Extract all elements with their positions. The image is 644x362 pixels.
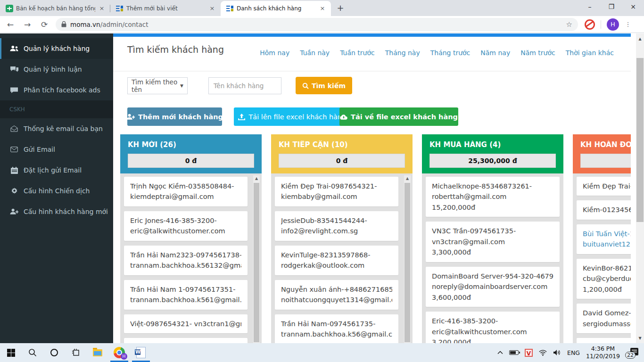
customer-card[interactable]: JessieDub-83541544244-info2@revlight.com… — [275, 211, 398, 241]
customer-card[interactable]: KevinTulge-82313597868-rodgerkak@outlook… — [275, 246, 398, 275]
sidebar-item[interactable]: Cấu hình khách hàng mới — [0, 201, 113, 222]
customer-card[interactable]: Bùi Tuấn Việt-164buituanviet1234( — [577, 224, 631, 254]
back-icon[interactable]: ← — [4, 18, 17, 31]
date-filter-link[interactable]: Tuần trước — [340, 49, 375, 57]
tray-chevron-up-icon[interactable] — [497, 351, 503, 354]
sidebar-item[interactable]: Thống kê email của bạn — [0, 118, 113, 139]
customer-card[interactable]: KevinBor-862135cbu@cyberdude.1,200,000đ — [577, 259, 631, 299]
customer-card-line: Kiềm-012345678- — [583, 205, 631, 215]
scrollbar-thumb[interactable] — [254, 183, 259, 342]
customer-card[interactable]: VN3C Trần-0974561735-vn3ctran@gmail.com3… — [426, 222, 560, 262]
wifi-icon[interactable] — [539, 350, 547, 356]
date-filter-link[interactable]: Năm nay — [480, 49, 510, 57]
customer-card[interactable]: Eric Jones-416-385-3200-eric@talkwithcus… — [124, 211, 248, 241]
restore-icon[interactable]: ❐ — [601, 0, 622, 14]
customer-card[interactable]: Trịnh Ngọc Kiềm-0358508484-kiemdeptrai@g… — [124, 177, 248, 206]
sidebar-item[interactable]: Đặt lịch gửi Email — [0, 160, 113, 181]
tab-close-icon[interactable]: × — [319, 5, 326, 12]
sidebar-item-label: Cấu hình khách hàng mới — [24, 208, 108, 215]
customer-card-line: 3,600,000đ — [432, 292, 553, 303]
word-taskbar-button[interactable] — [130, 343, 152, 362]
date-filter-link[interactable]: Năm trước — [520, 49, 555, 57]
customer-card[interactable]: Nguyễn xuân ánh-+84862716856-noithatcuon… — [275, 280, 398, 310]
customer-card-line: noithatcuongquyet1314@gmail.com — [281, 295, 392, 305]
app-area: Quản lý khách hàngQuản lý bình luậnPhân … — [0, 33, 644, 343]
sidebar-item[interactable]: Gửi Email — [0, 139, 113, 160]
customer-card[interactable]: Trần Hải Nam2323-0974561738-trannam.bach… — [124, 246, 248, 275]
customer-card[interactable]: Eric-416-385-3200-eric@talkwithcustomer.… — [426, 312, 560, 343]
taskbar-search-button[interactable] — [22, 343, 43, 362]
battery-icon[interactable] — [509, 350, 519, 355]
customer-card[interactable]: . — [124, 338, 248, 343]
scroll-down-icon[interactable]: ▼ — [636, 335, 644, 342]
scroll-up-icon[interactable]: ▲ — [253, 175, 260, 181]
browser-tab[interactable]: Thêm mới bài viết× — [110, 1, 221, 16]
minimize-icon[interactable]: – — [579, 0, 601, 14]
date-filter-link[interactable]: Tháng này — [385, 49, 420, 57]
search-button[interactable]: Tìm kiếm — [296, 77, 352, 94]
notification-center-button[interactable]: 22 — [626, 348, 638, 357]
customer-card[interactable]: Trần Hải Nam 1-09745617351-trannam.bachk… — [124, 280, 248, 310]
page-scrollbar[interactable]: ▲ ▼ — [636, 33, 644, 343]
close-icon[interactable]: × — [622, 0, 644, 14]
date-filter-link[interactable]: Thời gian khác — [566, 49, 614, 57]
task-view-button[interactable] — [65, 343, 87, 362]
customer-card-line: kiemdeptrai@gmail.com — [130, 191, 241, 202]
scrollbar-thumb[interactable] — [405, 183, 410, 342]
date-filter-link[interactable]: Hôm nay — [260, 49, 289, 57]
scroll-up-icon[interactable]: ▲ — [636, 35, 644, 43]
search-type-select[interactable]: Tìm kiếm theo tên ▼ — [127, 77, 188, 94]
column-scrollbar[interactable]: ▲ — [404, 175, 411, 343]
file-explorer-button[interactable] — [87, 343, 108, 362]
kanban-column: KH MUA HÀNG (4)25,300,000 đMichaelknope-… — [422, 134, 563, 343]
tab-close-icon[interactable]: × — [208, 5, 216, 12]
customer-card[interactable]: Kiềm Đẹp Trai-09 — [577, 177, 631, 196]
action-button[interactable]: Thêm mới khách hàng — [127, 107, 222, 126]
customer-card-line: kiembaby@gmail.com — [281, 191, 392, 202]
customer-card[interactable]: DomainBoard Server-954-320-4679-noreply@… — [426, 267, 560, 307]
address-bar[interactable]: moma.vn/admin/contact ☆ — [56, 18, 578, 31]
start-button[interactable] — [0, 343, 22, 362]
customer-card[interactable]: David Gomez-882sergiodumass@g — [577, 304, 631, 333]
profile-avatar[interactable]: H — [607, 18, 619, 31]
customer-card[interactable]: Kiềm-012345678- — [577, 200, 631, 219]
tab-close-icon[interactable]: × — [98, 5, 106, 12]
new-tab-button[interactable]: + — [334, 2, 347, 15]
customer-card[interactable]: Kiềm Đẹp Trai-0987654321-kiembaby@gmail.… — [275, 177, 398, 206]
customer-card[interactable]: Việt-0987654321- vn3ctran1@gmail.com — [124, 314, 248, 333]
sidebar-item[interactable]: Quản lý bình luận — [0, 59, 113, 80]
scroll-up-icon[interactable]: ▲ — [404, 175, 411, 181]
browser-tab[interactable]: Danh sách khách hàng× — [221, 1, 331, 16]
customer-card[interactable]: Michaelknope-85346873261-roberttah@gmail… — [426, 177, 560, 217]
date-filter-link[interactable]: Tuần này — [300, 49, 330, 57]
bookmark-star-icon[interactable]: ☆ — [566, 20, 572, 29]
sidebar-item[interactable]: Phân tích facebook ads — [0, 80, 113, 100]
language-indicator[interactable]: ENG — [567, 349, 580, 356]
action-button[interactable]: Tải lên file excel khách hàng — [234, 107, 351, 126]
taskbar-clock[interactable]: 4:36 PM 11/20/2019 — [586, 345, 620, 360]
sidebar-item[interactable]: Cấu hình Chiến dịch — [0, 181, 113, 201]
customer-card[interactable] — [577, 338, 631, 343]
date-filter-link[interactable]: Tháng trước — [430, 49, 471, 57]
customer-name-input[interactable]: Tên khách hàng — [208, 77, 281, 94]
column-scrollbar[interactable]: ▲ — [253, 175, 260, 343]
customer-card-line: Kiềm Đẹp Trai-0987654321- — [281, 181, 392, 191]
scrollbar-thumb[interactable] — [636, 58, 644, 222]
customer-card-line: 15,200,000đ — [432, 202, 553, 213]
chrome-taskbar-button[interactable]: H — [108, 343, 130, 362]
forward-icon[interactable]: → — [21, 18, 34, 31]
customer-card[interactable]: Trần Hải Nam-0974561735-trannam.bachkhoa… — [275, 314, 398, 343]
browser-menu-icon[interactable]: ⋮ — [625, 23, 631, 25]
volume-icon[interactable] — [553, 349, 561, 356]
antivirus-icon[interactable]: V — [525, 349, 533, 357]
kanban-column-total: 1 — [580, 154, 631, 168]
user-plus-icon — [9, 208, 19, 215]
reload-icon[interactable]: ⟳ — [38, 18, 51, 31]
action-button[interactable]: Tải về file excel khách hàng — [339, 107, 458, 126]
browser-tab[interactable]: Bản kế hoạch bán hàng tổng thể× — [0, 1, 110, 16]
sidebar-item[interactable]: Quản lý khách hàng — [0, 38, 113, 59]
cortana-button[interactable] — [43, 343, 65, 362]
customer-card-line: Michaelknope-85346873261- — [432, 181, 553, 191]
adblock-extension-icon[interactable] — [585, 19, 595, 30]
notification-count-badge: 22 — [625, 352, 636, 359]
